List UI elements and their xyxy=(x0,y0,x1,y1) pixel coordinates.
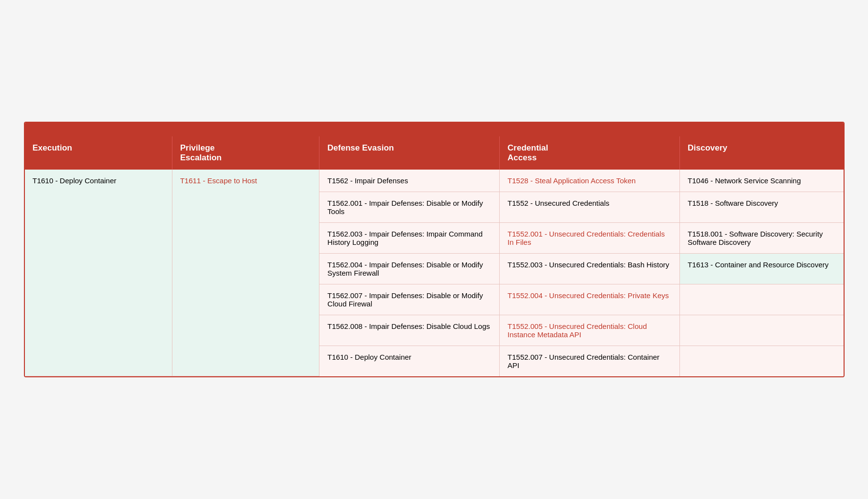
header-execution: Execution xyxy=(25,136,172,170)
cell-discovery xyxy=(679,346,843,376)
cell-discovery: T1046 - Network Service Scanning xyxy=(679,170,843,192)
header-privilege: PrivilegeEscalation xyxy=(172,136,319,170)
cell-defense: T1562.008 - Impair Defenses: Disable Clo… xyxy=(319,315,500,346)
credential-link[interactable]: T1552.005 - Unsecured Credentials: Cloud… xyxy=(508,322,647,339)
cell-discovery: T1518.001 - Software Discovery: Security… xyxy=(679,222,843,253)
cell-discovery: T1613 - Container and Resource Discovery xyxy=(679,253,843,284)
header-credential: CredentialAccess xyxy=(500,136,680,170)
cell-credential: T1528 - Steal Application Access Token xyxy=(500,170,680,192)
table-row: T1610 - Deploy ContainerT1611 - Escape t… xyxy=(25,170,844,192)
credential-link[interactable]: T1552.004 - Unsecured Credentials: Priva… xyxy=(508,291,669,300)
cell-credential: T1552.005 - Unsecured Credentials: Cloud… xyxy=(500,315,680,346)
header-discovery: Discovery xyxy=(679,136,843,170)
header-defense: Defense Evasion xyxy=(319,136,500,170)
credential-link[interactable]: T1528 - Steal Application Access Token xyxy=(508,176,635,185)
cell-credential: T1552.001 - Unsecured Credentials: Crede… xyxy=(500,222,680,253)
cell-discovery: T1518 - Software Discovery xyxy=(679,192,843,222)
cell-defense: T1562.003 - Impair Defenses: Impair Comm… xyxy=(319,222,500,253)
cell-execution: T1610 - Deploy Container xyxy=(25,170,172,376)
cell-defense: T1610 - Deploy Container xyxy=(319,346,500,376)
credential-link[interactable]: T1552.001 - Unsecured Credentials: Crede… xyxy=(508,230,665,246)
cell-discovery xyxy=(679,284,843,315)
table-header-row: Execution PrivilegeEscalation Defense Ev… xyxy=(25,136,844,170)
ttp-table: Execution PrivilegeEscalation Defense Ev… xyxy=(25,136,844,377)
privilege-link[interactable]: T1611 - Escape to Host xyxy=(180,176,257,185)
cell-credential: T1552.003 - Unsecured Credentials: Bash … xyxy=(500,253,680,284)
cell-defense: T1562.007 - Impair Defenses: Disable or … xyxy=(319,284,500,315)
table-container: Execution PrivilegeEscalation Defense Ev… xyxy=(24,122,845,378)
cell-credential: T1552.004 - Unsecured Credentials: Priva… xyxy=(500,284,680,315)
execution-value: T1610 - Deploy Container xyxy=(33,176,117,185)
table-title xyxy=(25,123,844,136)
cell-defense: T1562.001 - Impair Defenses: Disable or … xyxy=(319,192,500,222)
cell-credential: T1552 - Unsecured Credentials xyxy=(500,192,680,222)
cell-privilege: T1611 - Escape to Host xyxy=(172,170,319,376)
cell-credential: T1552.007 - Unsecured Credentials: Conta… xyxy=(500,346,680,376)
cell-defense: T1562 - Impair Defenses xyxy=(319,170,500,192)
cell-discovery xyxy=(679,315,843,346)
cell-defense: T1562.004 - Impair Defenses: Disable or … xyxy=(319,253,500,284)
